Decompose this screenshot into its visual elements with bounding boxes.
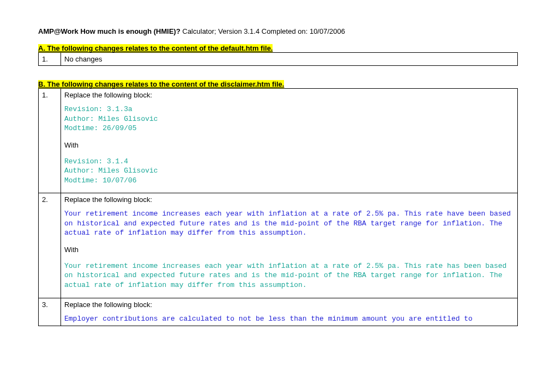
old-block: Your retirement income increases each ye… [64,209,514,238]
row-number: 2. [39,193,61,298]
row-content: Replace the following block: Revision: 3… [61,89,518,193]
row-number: 1. [39,53,61,66]
section-b-heading: B. The following changes relates to the … [38,80,284,88]
new-block-line: Author: Miles Glisovic [64,166,514,176]
row-content: Replace the following block: Employer co… [61,298,518,326]
title-bold: AMP@Work How much is enough (HMIE)? [38,27,180,35]
new-block-line: Revision: 3.1.4 [64,157,514,167]
replace-lead: Replace the following block: [64,195,514,204]
with-label: With [64,246,514,254]
old-block-line: Revision: 3.1.3a [64,105,514,114]
title-rest: Calculator; Version 3.1.4 Completed on: … [180,27,345,35]
old-block-line: Author: Miles Glisovic [64,114,514,124]
row-number: 1. [39,89,61,193]
section-a-heading: A. The following changes relates to the … [38,44,273,52]
table-row: 2. Replace the following block: Your ret… [39,193,518,298]
page-title: AMP@Work How much is enough (HMIE)? Calc… [38,27,518,35]
row-content: No changes [61,53,518,66]
section-b: B. The following changes relates to the … [38,80,518,326]
new-block-line: Modtime: 10/07/06 [64,176,514,186]
row-number: 3. [39,298,61,326]
table-row: 3. Replace the following block: Employer… [39,298,518,326]
with-label: With [64,141,514,149]
old-block: Employer contributions are calculated to… [64,314,514,324]
table-row: 1. No changes [39,53,518,66]
old-block-line: Modtime: 26/09/05 [64,124,514,133]
section-a: A. The following changes relates to the … [38,44,518,66]
table-row: 1. Replace the following block: Revision… [39,89,518,193]
section-b-table: 1. Replace the following block: Revision… [38,88,518,326]
section-a-table: 1. No changes [38,52,518,66]
replace-lead: Replace the following block: [64,91,514,99]
new-block: Your retirement income increases each ye… [64,261,514,290]
row-content: Replace the following block: Your retire… [61,193,518,298]
replace-lead: Replace the following block: [64,301,514,309]
